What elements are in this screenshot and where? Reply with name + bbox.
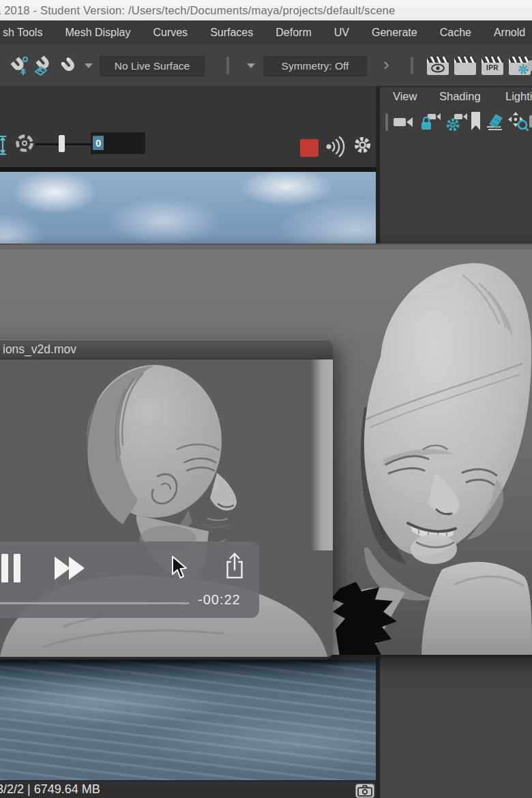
live-surface-field[interactable]: No Live Surface [100, 56, 205, 76]
settings-gear-icon[interactable] [352, 134, 373, 156]
status-line-toolbar: No Live Surface Symmetry: Off › IPR [0, 45, 532, 86]
menu-arnold[interactable]: Arnold [494, 27, 525, 39]
camera-glyph-icon [356, 784, 374, 797]
menu-deform[interactable]: Deform [276, 27, 311, 39]
audio-broadcast-icon[interactable] [325, 136, 350, 157]
panel-lower-area[interactable] [380, 658, 532, 798]
toolbar-separator[interactable] [226, 57, 229, 74]
menu-curves[interactable]: Curves [153, 27, 188, 39]
panel-menu-view[interactable]: View [393, 90, 417, 103]
menu-mesh-tools[interactable]: sh Tools [3, 27, 42, 39]
player-controls-overlay: -00:22 [0, 542, 259, 618]
record-stop-button[interactable] [300, 139, 319, 157]
aperture-shutter-icon[interactable] [15, 134, 34, 153]
toolbar-chevron-separator: › [383, 54, 389, 74]
render-current-frame-button[interactable] [454, 57, 476, 75]
pause-icon[interactable] [14, 554, 20, 582]
capture-control-strip: 0 [0, 86, 376, 172]
panel-separator[interactable] [385, 113, 388, 131]
snap-magnet-axis-icon[interactable] [7, 54, 30, 77]
mac-title-bar: a 2018 - Student Version: /Users/tech/Do… [0, 0, 532, 21]
remaining-time: -00:22 [198, 592, 241, 608]
maya-status-bar: 3/2/2 | 6749.64 MB [0, 780, 376, 798]
sculpt-head-large [321, 248, 532, 657]
progress-played[interactable] [0, 602, 189, 604]
player-title: ions_v2d.mov [3, 342, 76, 357]
toolbar-separator[interactable] [411, 57, 413, 74]
frame-slider-handle[interactable] [59, 135, 65, 152]
menu-surfaces[interactable]: Surfaces [210, 27, 253, 39]
eye-icon [430, 63, 445, 74]
scene-stats-text: 3/2/2 | 6749.64 MB [0, 782, 100, 797]
panel-menu-shading[interactable]: Shading [439, 90, 481, 103]
bookmark-icon[interactable] [471, 112, 481, 131]
snap-dropdown-caret-icon[interactable] [85, 63, 93, 68]
ipr-render-button[interactable]: IPR [482, 57, 503, 75]
frame-value-field[interactable]: 0 [91, 132, 145, 154]
menu-mesh-display[interactable]: Mesh Display [65, 27, 130, 39]
frame-value: 0 [93, 136, 104, 150]
snap-magnet-plain-icon[interactable] [57, 54, 80, 77]
panel-clipped-icon[interactable] [529, 115, 532, 128]
menu-uv[interactable]: UV [334, 27, 349, 39]
symmetry-field[interactable]: Symmetry: Off [263, 56, 367, 76]
menu-generate[interactable]: Generate [372, 27, 417, 39]
grid-plane-icon[interactable] [486, 112, 504, 131]
player-video-area[interactable]: -00:22 [0, 359, 333, 657]
player-title-bar[interactable]: ions_v2d.mov [0, 340, 333, 359]
mouse-cursor [170, 555, 188, 580]
quicktime-window-small[interactable]: ions_v2d.mov [0, 340, 333, 660]
symmetry-dropdown-caret-icon[interactable] [247, 63, 255, 68]
pause-icon[interactable] [1, 554, 8, 582]
camera-icon[interactable] [394, 115, 414, 129]
snapshot-button[interactable] [355, 784, 374, 798]
panel-menu-lighting[interactable]: Lighting [505, 90, 532, 103]
range-ibeam-icon[interactable] [0, 135, 8, 156]
panel-icon-bar [380, 108, 532, 136]
camera-attributes-icon[interactable] [445, 113, 467, 132]
menu-cache[interactable]: Cache [440, 27, 471, 39]
maya-menu-bar: sh Tools Mesh Display Curves Surfaces De… [0, 20, 532, 45]
snap-magnet-grid-icon[interactable] [31, 54, 55, 77]
window-title: a 2018 - Student Version: /Users/tech/Do… [0, 0, 395, 20]
pan-zoom-icon[interactable] [508, 112, 529, 131]
viewport-sky-bottom[interactable] [0, 660, 376, 780]
ipr-label: IPR [482, 64, 503, 72]
fast-forward-icon[interactable] [55, 557, 87, 580]
share-icon[interactable] [225, 551, 244, 580]
camera-lock-icon[interactable] [419, 113, 441, 132]
render-view-button[interactable] [427, 57, 449, 75]
viewport-sky-top[interactable] [0, 172, 376, 243]
